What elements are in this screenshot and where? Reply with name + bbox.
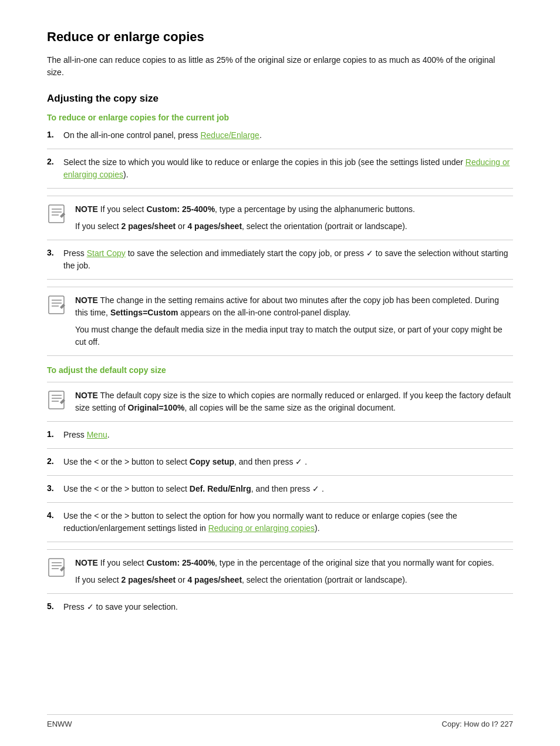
note-box-4: NOTE If you select Custom: 25-400%, type…: [47, 549, 513, 594]
note-icon-3: [47, 389, 69, 412]
default-step-1: 1. Press Menu.: [47, 429, 513, 449]
subsection2-heading: To adjust the default copy size: [47, 365, 513, 375]
default-step-1-content: Press Menu.: [63, 429, 513, 441]
default-step-2-content: Use the < or the > button to select Copy…: [63, 456, 513, 468]
step-2: 2. Select the size to which you would li…: [47, 156, 513, 189]
note-3-content: NOTE The default copy size is the size t…: [75, 389, 513, 414]
subsection-adjust-default: To adjust the default copy size NOTE The…: [47, 365, 513, 620]
note-2-content: NOTE The change in the setting remains a…: [75, 294, 513, 348]
note-4-text2: If you select 2 pages/sheet or 4 pages/s…: [75, 574, 513, 586]
default-step-4-content: Use the < or the > button to select the …: [63, 510, 513, 535]
intro-text: The all-in-one can reduce copies to as l…: [47, 54, 513, 79]
step-1: 1. On the all-in-one control panel, pres…: [47, 129, 513, 149]
note-box-1: NOTE If you select Custom: 25-400%, type…: [47, 196, 513, 240]
default-step-4: 4. Use the < or the > button to select t…: [47, 510, 513, 542]
section-title: Adjusting the copy size: [47, 93, 513, 105]
note-icon-4: [47, 557, 69, 580]
note-icon-2: [47, 294, 69, 317]
default-step-3-number: 3.: [47, 483, 63, 493]
page-footer: ENWW Copy: How do I? 227: [47, 714, 513, 728]
step-3: 3. Press Start Copy to save the selectio…: [47, 247, 513, 280]
default-step-2: 2. Use the < or the > button to select C…: [47, 456, 513, 476]
note-1-4pages: 4 pages/sheet: [187, 221, 242, 231]
note-1-custom: Custom: 25-400%: [146, 204, 215, 214]
note-1-text1: NOTE If you select Custom: 25-400%, type…: [75, 203, 513, 216]
footer-right: Copy: How do I? 227: [442, 720, 513, 728]
step-1-content: On the all-in-one control panel, press R…: [63, 129, 513, 142]
subsection1-heading: To reduce or enlarge copies for the curr…: [47, 113, 513, 122]
svg-rect-9: [49, 391, 64, 409]
subsection-reduce-enlarge-current: To reduce or enlarge copies for the curr…: [47, 113, 513, 356]
step-2-number: 2.: [47, 156, 63, 166]
note-icon-1: [47, 203, 69, 226]
reducing-enlarging-link-2[interactable]: Reducing or enlarging copies: [208, 523, 315, 533]
default-step-4-number: 4.: [47, 510, 63, 520]
default-step-5-content: Press ✓ to save your selection.: [63, 601, 513, 613]
reducing-enlarging-link-1[interactable]: Reducing or enlarging copies: [63, 157, 510, 179]
footer-left: ENWW: [47, 720, 72, 728]
svg-rect-5: [49, 296, 64, 314]
svg-rect-13: [49, 559, 64, 576]
note-4-2pages: 2 pages/sheet: [122, 575, 176, 584]
default-step-3: 3. Use the < or the > button to select D…: [47, 483, 513, 503]
step-3-number: 3.: [47, 247, 63, 257]
default-step-3-content: Use the < or the > button to select Def.…: [63, 483, 513, 495]
note-2-label: NOTE: [75, 295, 98, 305]
note-2-settings: Settings=Custom: [110, 308, 178, 317]
note-3-label: NOTE: [75, 391, 98, 400]
note-2-text2: You must change the default media size i…: [75, 324, 513, 348]
start-copy-link[interactable]: Start Copy: [87, 248, 126, 258]
note-3-original: Original=100%: [128, 403, 185, 412]
note-1-text2: If you select 2 pages/sheet or 4 pages/s…: [75, 220, 513, 233]
reduce-enlarge-link[interactable]: Reduce/Enlarge: [200, 130, 259, 140]
default-step-1-number: 1.: [47, 429, 63, 439]
step-3-content: Press Start Copy to save the selection a…: [63, 247, 513, 272]
menu-link[interactable]: Menu: [87, 430, 107, 439]
note-1-label: NOTE: [75, 204, 98, 214]
note-2-text1: NOTE The change in the setting remains a…: [75, 294, 513, 319]
step-2-content: Select the size to which you would like …: [63, 156, 513, 181]
page-container: Reduce or enlarge copies The all-in-one …: [0, 0, 560, 746]
def-redu-enlrg-label: Def. Redu/Enlrg: [190, 484, 251, 493]
note-4-custom: Custom: 25-400%: [146, 558, 215, 567]
note-1-2pages: 2 pages/sheet: [122, 221, 176, 231]
default-step-5: 5. Press ✓ to save your selection.: [47, 601, 513, 620]
note-1-content: NOTE If you select Custom: 25-400%, type…: [75, 203, 513, 233]
default-step-5-number: 5.: [47, 601, 63, 611]
copy-setup-label: Copy setup: [190, 457, 234, 466]
note-4-label: NOTE: [75, 558, 98, 567]
note-4-text1: NOTE If you select Custom: 25-400%, type…: [75, 557, 513, 569]
note-box-3: NOTE The default copy size is the size t…: [47, 382, 513, 422]
default-step-2-number: 2.: [47, 456, 63, 466]
note-4-4pages: 4 pages/sheet: [187, 575, 242, 584]
note-box-2: NOTE The change in the setting remains a…: [47, 287, 513, 356]
svg-rect-0: [49, 205, 64, 223]
note-4-content: NOTE If you select Custom: 25-400%, type…: [75, 557, 513, 586]
page-title: Reduce or enlarge copies: [47, 29, 513, 45]
step-1-number: 1.: [47, 129, 63, 139]
